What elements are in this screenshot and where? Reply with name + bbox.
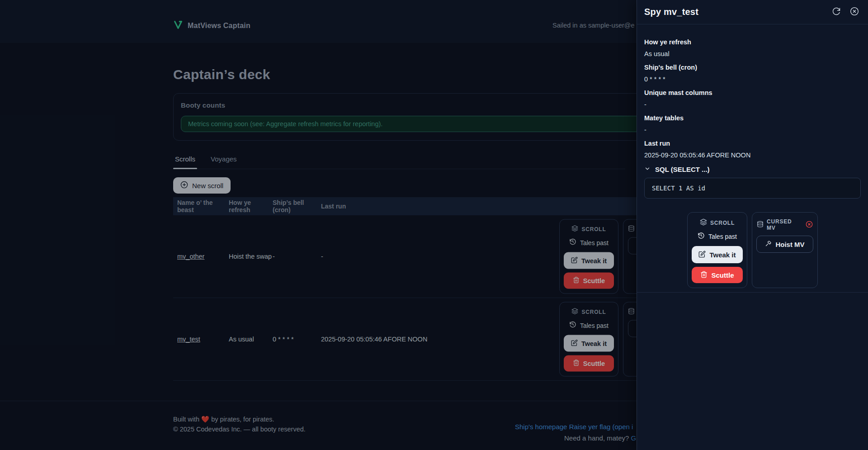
scroll-action-card: SCROLL Tales past bbox=[687, 212, 747, 288]
tales-past-button[interactable]: Tales past bbox=[698, 232, 737, 241]
tweak-it-button[interactable]: Tweak it bbox=[692, 246, 743, 263]
drawer-header: Spy mv_test bbox=[637, 0, 868, 24]
field-cron: Ship's bell (cron) 0 * * * * bbox=[644, 63, 861, 83]
refresh-icon bbox=[832, 7, 841, 17]
drawer-title: Spy mv_test bbox=[644, 7, 824, 17]
field-unique-columns: Unique mast columns - bbox=[644, 89, 861, 109]
field-last-run: Last run 2025-09-20 05:05:46 AFORE NOON bbox=[644, 139, 861, 159]
drawer-action-cards: SCROLL Tales past bbox=[644, 212, 861, 288]
trash-icon bbox=[700, 271, 708, 279]
database-icon bbox=[757, 221, 764, 229]
close-drawer-button[interactable] bbox=[849, 6, 860, 18]
layers-icon bbox=[700, 218, 707, 227]
refresh-button[interactable] bbox=[831, 6, 842, 18]
edit-pencil-icon bbox=[698, 251, 706, 259]
cursed-mv-action-card: CURSED MV Hoist MV bbox=[752, 212, 818, 288]
scroll-card-title: SCROLL bbox=[710, 220, 735, 226]
spy-drawer: Spy mv_test How ye refresh As usual Ship… bbox=[637, 0, 868, 450]
close-circle-icon bbox=[850, 7, 859, 17]
error-x-circle-icon bbox=[806, 221, 813, 229]
field-matey-tables: Matey tables - bbox=[644, 114, 861, 134]
drawer-body: How ye refresh As usual Ship's bell (cro… bbox=[637, 24, 868, 293]
sql-collapsible-toggle[interactable]: SQL (SELECT ...) bbox=[644, 166, 861, 173]
field-refresh: How ye refresh As usual bbox=[644, 38, 861, 58]
hammer-icon bbox=[765, 240, 772, 248]
scuttle-button[interactable]: Scuttle bbox=[692, 267, 743, 283]
chevron-down-icon bbox=[644, 166, 651, 173]
drawer-divider bbox=[637, 292, 868, 293]
cursed-card-title: CURSED MV bbox=[767, 218, 802, 231]
sql-code-block: SELECT 1 AS id bbox=[644, 178, 861, 199]
history-icon bbox=[698, 232, 705, 241]
hoist-mv-button[interactable]: Hoist MV bbox=[756, 236, 813, 253]
